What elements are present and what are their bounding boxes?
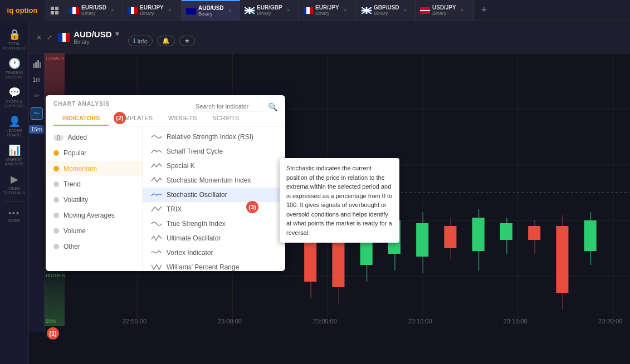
sidebar-leaderboard-label: LEADERBOARD	[6, 129, 22, 138]
tab-eurgbp-label: EUR/GBP	[257, 4, 282, 11]
smi-label: Stochastic Momentum Index	[167, 176, 251, 184]
svg-text:22:55:00: 22:55:00	[123, 318, 146, 324]
category-volatility[interactable]: Volatility	[46, 192, 143, 208]
svg-rect-31	[33, 63, 35, 68]
chart-header: × ⤢ AUD/USD ▼ Binary ℹ Info 🔔 ★	[29, 21, 630, 53]
tab-widgets[interactable]: WIDGETS	[160, 111, 204, 126]
panel-search: 🔍	[193, 102, 277, 111]
indicator-stoch-osc[interactable]: Stochastic Oscillator	[143, 188, 285, 202]
category-trend[interactable]: Trend	[46, 176, 143, 192]
info-icon: ℹ	[133, 37, 135, 45]
category-moving-avg[interactable]: Moving Averages	[46, 208, 143, 223]
tab-gbpusd-close[interactable]: ×	[404, 7, 407, 13]
sidebar-item-leaderboard[interactable]: 👤 LEADERBOARD	[2, 112, 27, 140]
svg-rect-8	[131, 7, 134, 14]
svg-text:23:10:00: 23:10:00	[408, 318, 432, 324]
indicator-vortex[interactable]: Vortex Indicator	[143, 245, 285, 260]
leaderboard-icon: 👤	[8, 115, 21, 127]
rsi-label: Relative Strength Index (RSI)	[167, 133, 253, 141]
bell-icon: 🔔	[162, 37, 170, 44]
annotation-2: (2)	[114, 112, 126, 124]
sidebar-item-chats[interactable]: 💬 CHATS &SUPPORT	[2, 83, 27, 111]
close-panel-icon[interactable]: ×	[37, 33, 41, 42]
chart-body: 1m ✏ 〜 15m LOWER 50% HIGHER 50%	[29, 53, 630, 364]
sidebar-item-more[interactable]: ••• MORE	[2, 204, 27, 227]
maximize-icon[interactable]: ⤢	[47, 33, 52, 41]
category-popular[interactable]: Popular	[46, 145, 143, 161]
tab-gbpusd[interactable]: GBP/USD Binary ×	[357, 0, 416, 21]
indicator-smi[interactable]: Stochastic Momentum Index	[143, 173, 285, 188]
category-momentum[interactable]: Momentum	[46, 161, 143, 176]
tab-usdjpy-type: Binary	[432, 11, 456, 16]
svg-rect-76	[444, 226, 456, 248]
svg-rect-0	[51, 7, 54, 10]
grid-icon[interactable]	[45, 0, 65, 21]
tab-eurgbp[interactable]: EUR/GBP Binary ×	[240, 0, 299, 21]
tab-eurjpy[interactable]: EUR/JPY Binary ×	[123, 0, 182, 21]
sidebar-item-history[interactable]: 🕐 TRADINGHISTORY	[2, 55, 27, 82]
tab-usdjpy[interactable]: USD/JPY Binary ×	[416, 0, 474, 21]
indicator-trix[interactable]: TRIX	[143, 202, 285, 217]
logo[interactable]: iq option	[0, 0, 45, 21]
ultimate-label: Ultimate Oscillator	[167, 234, 221, 242]
pair-dropdown-icon[interactable]: ▼	[114, 30, 121, 38]
tab-eurgbp-close[interactable]: ×	[287, 7, 290, 13]
tab-eurjpy-close[interactable]: ×	[168, 7, 172, 13]
svg-text:23:20:00: 23:20:00	[598, 318, 622, 324]
add-tab-button[interactable]: +	[474, 0, 494, 21]
tsi-label: True Strength Index	[167, 220, 226, 228]
indicator-williams[interactable]: Williams' Percent Range	[143, 260, 285, 271]
sidebar-item-video[interactable]: ▶ VIDEOTUTORIALS	[2, 170, 27, 198]
indicator-rsi[interactable]: Relative Strength Index (RSI)	[143, 130, 285, 144]
svg-rect-84	[556, 226, 568, 293]
tab-scripts[interactable]: SCRIPTS	[204, 111, 247, 126]
portfolio-icon: 🔒	[8, 28, 21, 41]
indicator-search-input[interactable]	[193, 102, 266, 111]
tab-eurusd[interactable]: EUR/USD Binary ×	[65, 0, 123, 21]
tab-gbpusd-type: Binary	[374, 11, 399, 16]
svg-rect-3	[55, 11, 58, 14]
sidebar-item-market[interactable]: 📊 MARKETANALYSIS	[2, 141, 27, 169]
tab-eurjpy2-close[interactable]: ×	[344, 7, 347, 13]
star-button[interactable]: ★	[179, 36, 195, 46]
tab-eurjpy2-label: EUR/JPY	[315, 4, 339, 11]
vortex-label: Vortex Indicator	[167, 249, 213, 257]
indicator-tsi[interactable]: True Strength Index	[143, 217, 285, 231]
tab-gbpusd-label: GBP/USD	[374, 4, 399, 11]
svg-rect-5	[72, 7, 76, 14]
timeframe-1m[interactable]: 1m	[31, 76, 43, 84]
higher-zone: HIGHER 50%	[45, 270, 65, 326]
svg-rect-28	[58, 33, 62, 42]
tab-audusd[interactable]: AUD/USD Binary ×	[182, 0, 240, 21]
info-button[interactable]: ℹ Info	[128, 36, 152, 46]
category-other[interactable]: Other	[46, 239, 143, 254]
category-added[interactable]: 0 Added	[46, 130, 143, 145]
bar-chart-tool[interactable]	[31, 58, 43, 70]
svg-rect-11	[186, 8, 196, 10]
category-volume[interactable]: Volume	[46, 223, 143, 239]
pencil-tool[interactable]: ✏	[31, 90, 43, 102]
tab-eurjpy2[interactable]: EUR/JPY Binary ×	[299, 0, 357, 21]
indicator-ultimate[interactable]: Ultimate Oscillator	[143, 231, 285, 245]
sidebar-item-portfolio[interactable]: 🔒 TOTALPORTFOLIO	[2, 26, 27, 53]
tab-eurgbp-type: Binary	[257, 11, 282, 16]
indicator-schaff[interactable]: Schaff Trend Cycle	[143, 144, 285, 159]
timeframe-15m[interactable]: 15m	[29, 125, 44, 134]
panel-indicators-list: Relative Strength Index (RSI) Schaff Tre…	[143, 126, 285, 271]
svg-text:23:05:00: 23:05:00	[313, 318, 337, 324]
annotation-3: (3)	[246, 201, 258, 213]
added-label: Added	[68, 134, 87, 141]
tab-eurusd-close[interactable]: ×	[111, 7, 114, 13]
tab-audusd-close[interactable]: ×	[228, 8, 232, 14]
tooltip-text: Stochastic indicates the current positio…	[286, 165, 392, 236]
chart-left-toolbar: 1m ✏ 〜 15m	[29, 53, 45, 332]
volume-label: Volume	[64, 227, 86, 235]
bell-button[interactable]: 🔔	[157, 36, 175, 46]
left-sidebar: 🔒 TOTALPORTFOLIO 🕐 TRADINGHISTORY 💬 CHAT…	[0, 21, 29, 364]
tab-usdjpy-close[interactable]: ×	[461, 7, 464, 13]
moving-avg-label: Moving Averages	[64, 211, 115, 219]
indicator-specialk[interactable]: Special K	[143, 159, 285, 173]
indicator-tool[interactable]: 〜	[31, 107, 43, 120]
tab-indicators[interactable]: INDICATORS	[53, 111, 109, 126]
sidebar-portfolio-label: TOTALPORTFOLIO	[3, 42, 25, 51]
